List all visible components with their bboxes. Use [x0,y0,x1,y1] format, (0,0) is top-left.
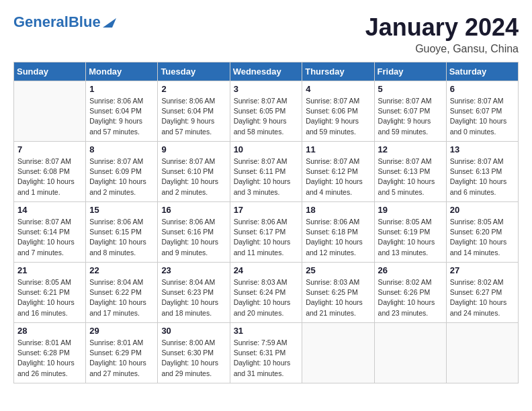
day-number: 10 [234,144,299,154]
day-number: 23 [161,265,226,275]
day-number: 5 [378,84,443,94]
calendar-week-row: 21Sunrise: 8:05 AM Sunset: 6:21 PM Dayli… [14,263,519,323]
calendar-week-row: 7Sunrise: 8:07 AM Sunset: 6:08 PM Daylig… [14,142,519,202]
day-number: 29 [89,326,154,336]
logo-text: GeneralBlue [13,13,101,31]
calendar-cell: 1Sunrise: 8:06 AM Sunset: 6:04 PM Daylig… [86,81,158,142]
calendar-cell: 10Sunrise: 8:07 AM Sunset: 6:11 PM Dayli… [230,142,302,202]
day-number: 13 [450,144,515,154]
calendar-cell: 12Sunrise: 8:07 AM Sunset: 6:13 PM Dayli… [374,142,446,202]
day-info: Sunrise: 8:07 AM Sunset: 6:09 PM Dayligh… [89,156,154,197]
day-number: 25 [306,265,370,275]
day-info: Sunrise: 8:03 AM Sunset: 6:25 PM Dayligh… [306,277,370,318]
calendar-cell: 18Sunrise: 8:06 AM Sunset: 6:18 PM Dayli… [302,202,374,263]
day-number: 28 [17,326,82,336]
day-number: 30 [161,326,226,336]
column-header-wednesday: Wednesday [230,62,302,81]
title-section: January 2024 Guoye, Gansu, China [365,13,519,55]
calendar-cell: 16Sunrise: 8:06 AM Sunset: 6:16 PM Dayli… [158,202,230,263]
day-number: 8 [89,144,154,154]
logo-text-blue: Blue [69,13,101,30]
day-number: 17 [234,205,299,215]
day-info: Sunrise: 8:04 AM Sunset: 6:22 PM Dayligh… [89,277,154,318]
day-info: Sunrise: 8:07 AM Sunset: 6:13 PM Dayligh… [450,156,515,197]
day-info: Sunrise: 8:05 AM Sunset: 6:19 PM Dayligh… [378,217,443,258]
column-header-monday: Monday [86,62,158,81]
day-number: 15 [89,205,154,215]
day-number: 12 [378,144,443,154]
calendar-cell [302,323,374,383]
day-info: Sunrise: 8:07 AM Sunset: 6:08 PM Dayligh… [17,156,82,197]
day-number: 24 [234,265,299,275]
calendar-cell: 7Sunrise: 8:07 AM Sunset: 6:08 PM Daylig… [14,142,86,202]
day-info: Sunrise: 8:01 AM Sunset: 6:29 PM Dayligh… [89,338,154,379]
calendar-cell: 20Sunrise: 8:05 AM Sunset: 6:20 PM Dayli… [446,202,518,263]
day-info: Sunrise: 8:06 AM Sunset: 6:17 PM Dayligh… [234,217,299,258]
day-info: Sunrise: 8:07 AM Sunset: 6:07 PM Dayligh… [378,96,443,137]
day-info: Sunrise: 8:07 AM Sunset: 6:06 PM Dayligh… [306,96,370,137]
day-info: Sunrise: 7:59 AM Sunset: 6:31 PM Dayligh… [234,338,299,379]
day-number: 26 [378,265,443,275]
calendar-cell: 15Sunrise: 8:06 AM Sunset: 6:15 PM Dayli… [86,202,158,263]
calendar-cell: 2Sunrise: 8:06 AM Sunset: 6:04 PM Daylig… [158,81,230,142]
calendar-cell [374,323,446,383]
calendar-header-row: SundayMondayTuesdayWednesdayThursdayFrid… [14,62,519,81]
day-number: 7 [17,144,82,154]
calendar-cell: 29Sunrise: 8:01 AM Sunset: 6:29 PM Dayli… [86,323,158,383]
month-title: January 2024 [365,13,519,42]
calendar-cell: 17Sunrise: 8:06 AM Sunset: 6:17 PM Dayli… [230,202,302,263]
calendar-week-row: 28Sunrise: 8:01 AM Sunset: 6:28 PM Dayli… [14,323,519,383]
calendar-cell: 6Sunrise: 8:07 AM Sunset: 6:07 PM Daylig… [446,81,518,142]
calendar-cell: 25Sunrise: 8:03 AM Sunset: 6:25 PM Dayli… [302,263,374,323]
calendar-cell: 19Sunrise: 8:05 AM Sunset: 6:19 PM Dayli… [374,202,446,263]
day-number: 22 [89,265,154,275]
calendar-cell: 28Sunrise: 8:01 AM Sunset: 6:28 PM Dayli… [14,323,86,383]
day-number: 1 [89,84,154,94]
column-header-thursday: Thursday [302,62,374,81]
day-number: 20 [450,205,515,215]
day-info: Sunrise: 8:07 AM Sunset: 6:07 PM Dayligh… [450,96,515,137]
day-info: Sunrise: 8:06 AM Sunset: 6:18 PM Dayligh… [306,217,370,258]
day-number: 11 [306,144,370,154]
location: Guoye, Gansu, China [365,43,519,55]
day-number: 19 [378,205,443,215]
calendar-cell: 31Sunrise: 7:59 AM Sunset: 6:31 PM Dayli… [230,323,302,383]
calendar-cell: 22Sunrise: 8:04 AM Sunset: 6:22 PM Dayli… [86,263,158,323]
day-number: 9 [161,144,226,154]
column-header-tuesday: Tuesday [158,62,230,81]
day-info: Sunrise: 8:02 AM Sunset: 6:26 PM Dayligh… [378,277,443,318]
calendar-cell: 5Sunrise: 8:07 AM Sunset: 6:07 PM Daylig… [374,81,446,142]
calendar-cell: 14Sunrise: 8:07 AM Sunset: 6:14 PM Dayli… [14,202,86,263]
calendar-cell: 30Sunrise: 8:00 AM Sunset: 6:30 PM Dayli… [158,323,230,383]
day-number: 2 [161,84,226,94]
day-info: Sunrise: 8:06 AM Sunset: 6:04 PM Dayligh… [89,96,154,137]
day-info: Sunrise: 8:05 AM Sunset: 6:20 PM Dayligh… [450,217,515,258]
calendar-cell: 13Sunrise: 8:07 AM Sunset: 6:13 PM Dayli… [446,142,518,202]
calendar-cell: 26Sunrise: 8:02 AM Sunset: 6:26 PM Dayli… [374,263,446,323]
day-info: Sunrise: 8:07 AM Sunset: 6:11 PM Dayligh… [234,156,299,197]
calendar-cell [14,81,86,142]
column-header-saturday: Saturday [446,62,518,81]
day-number: 21 [17,265,82,275]
day-info: Sunrise: 8:07 AM Sunset: 6:14 PM Dayligh… [17,217,82,258]
calendar-cell: 21Sunrise: 8:05 AM Sunset: 6:21 PM Dayli… [14,263,86,323]
calendar-table: SundayMondayTuesdayWednesdayThursdayFrid… [13,62,519,383]
day-info: Sunrise: 8:07 AM Sunset: 6:10 PM Dayligh… [161,156,226,197]
calendar-week-row: 14Sunrise: 8:07 AM Sunset: 6:14 PM Dayli… [14,202,519,263]
day-number: 4 [306,84,370,94]
calendar-cell: 24Sunrise: 8:03 AM Sunset: 6:24 PM Dayli… [230,263,302,323]
logo: GeneralBlue [13,13,116,31]
day-number: 6 [450,84,515,94]
day-info: Sunrise: 8:04 AM Sunset: 6:23 PM Dayligh… [161,277,226,318]
day-info: Sunrise: 8:02 AM Sunset: 6:27 PM Dayligh… [450,277,515,318]
day-info: Sunrise: 8:06 AM Sunset: 6:15 PM Dayligh… [89,217,154,258]
day-info: Sunrise: 8:01 AM Sunset: 6:28 PM Dayligh… [17,338,82,379]
calendar-cell: 27Sunrise: 8:02 AM Sunset: 6:27 PM Dayli… [446,263,518,323]
day-info: Sunrise: 8:06 AM Sunset: 6:16 PM Dayligh… [161,217,226,258]
day-number: 16 [161,205,226,215]
day-number: 18 [306,205,370,215]
page-header: GeneralBlue January 2024 Guoye, Gansu, C… [13,13,519,55]
day-info: Sunrise: 8:06 AM Sunset: 6:04 PM Dayligh… [161,96,226,137]
calendar-cell [446,323,518,383]
calendar-week-row: 1Sunrise: 8:06 AM Sunset: 6:04 PM Daylig… [14,81,519,142]
